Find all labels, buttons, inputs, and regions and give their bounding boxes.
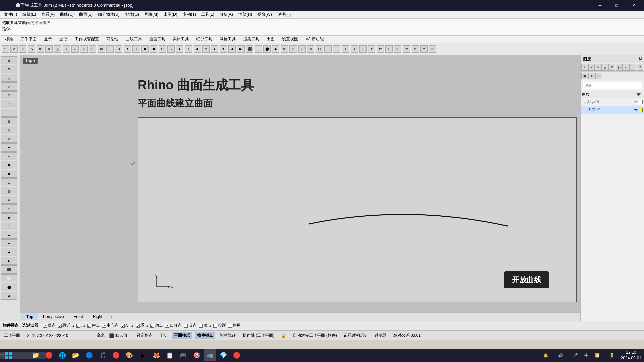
snap-item-重点[interactable]: ✓重点 — [136, 323, 148, 328]
taskbar-game[interactable]: 🎮 — [177, 349, 189, 361]
toolbar-tab-7[interactable]: 曲面工具 — [146, 35, 169, 43]
taskbar-firefox[interactable]: 🦊 — [150, 349, 162, 361]
toolbar-tab-1[interactable]: 工作平面 — [17, 35, 40, 43]
side-tool-7[interactable]: ⊞ — [1, 117, 17, 125]
toolbar-icon-47[interactable]: ⊬ — [412, 45, 419, 53]
vp-tab-top[interactable]: Top — [21, 313, 38, 320]
side-tool-11[interactable]: ✧ — [1, 152, 17, 160]
menu-item-m[interactable]: 网格(M) — [142, 11, 161, 18]
toolbar-tab-13[interactable]: 设置视图 — [278, 35, 302, 43]
menu-item-o[interactable]: 实体(O) — [122, 11, 142, 18]
taskbar-files[interactable]: 📁 — [30, 349, 42, 361]
snap-item-中心点[interactable]: ✓中心点 — [102, 323, 119, 328]
layer-eye-button[interactable]: ✕ — [595, 64, 602, 71]
taskbar-security[interactable]: 🔴 — [43, 349, 55, 361]
toolbar-icon-2[interactable]: ↙ — [19, 45, 26, 53]
search-taskbar-button[interactable] — [16, 349, 28, 361]
taskbar-explorer[interactable]: 📂 — [70, 349, 82, 361]
toolbar-icon-1[interactable]: ↗ — [10, 45, 18, 53]
taskbar-photoshop[interactable]: 🎨 — [123, 349, 136, 361]
toolbar-icon-12[interactable]: ⊟ — [106, 45, 114, 53]
status-lock-icon[interactable]: 🔒 — [279, 333, 288, 339]
toolbar-icon-43[interactable]: ⊨ — [377, 45, 384, 53]
toolbar-tab-2[interactable]: 显示 — [40, 35, 56, 43]
side-tool-25[interactable]: ⬜ — [1, 274, 17, 282]
side-tool-19[interactable]: ◇ — [1, 222, 17, 230]
toolbar-icon-26[interactable]: ◀ — [228, 45, 236, 53]
snap-item-四分点[interactable]: ✓四分点 — [165, 323, 182, 328]
toolbar-icon-11[interactable]: ⊞ — [98, 45, 105, 53]
snap-item-节点[interactable]: 节点 — [184, 323, 197, 328]
side-tool-13[interactable]: ⬣ — [1, 170, 17, 178]
toolbar-icon-5[interactable]: ⊗ — [45, 45, 53, 53]
toolbar-icon-34[interactable]: ⊝ — [298, 45, 306, 53]
toolbar-icon-4[interactable]: ⊕ — [37, 45, 44, 53]
vp-tab-add-button[interactable]: + — [107, 313, 115, 320]
toolbar-tab-8[interactable]: 实体工具 — [169, 35, 193, 43]
taskbar-lang[interactable]: 中 — [584, 352, 589, 358]
side-tool-22[interactable]: ◀ — [1, 248, 17, 256]
side-tool-12[interactable]: ⬢ — [1, 161, 17, 169]
menu-item-a[interactable]: 分析(A) — [217, 11, 236, 18]
taskbar-red2[interactable]: 🔴 — [231, 349, 243, 361]
menu-item-v[interactable]: 查看(V) — [39, 11, 57, 18]
toolbar-icon-7[interactable]: ▷ — [63, 45, 70, 53]
toolbar-icon-9[interactable]: ◁ — [80, 45, 88, 53]
side-tool-6[interactable]: ⬡ — [1, 109, 17, 117]
toolbar-icon-23[interactable]: ◇ — [202, 45, 210, 53]
toolbar-icon-42[interactable]: ⊧ — [368, 45, 375, 53]
snap-item-点[interactable]: ✓点 — [76, 323, 85, 328]
toolbar-icon-20[interactable]: ● — [176, 45, 183, 53]
side-tool-24[interactable]: ⬛ — [1, 265, 17, 274]
toolbar-tab-0[interactable]: 标准 — [1, 35, 17, 43]
status-record[interactable]: 记录建构历史 — [342, 332, 370, 339]
toolbar-tab-11[interactable]: 渲染工具 — [239, 35, 263, 43]
toolbar-icon-6[interactable]: △ — [54, 45, 61, 53]
side-tool-9[interactable]: ⊘ — [1, 135, 17, 143]
toolbar-icon-35[interactable]: ⊠ — [307, 45, 314, 53]
menu-item-d[interactable]: 出图(D) — [161, 11, 180, 18]
status-filter[interactable]: 过滤器 — [373, 332, 389, 339]
menu-item-h[interactable]: 说明(H) — [275, 11, 294, 18]
toolbar-icon-21[interactable]: ○ — [185, 45, 192, 53]
toolbar-tab-9[interactable]: 细分工具 — [193, 35, 216, 43]
side-tool-8[interactable]: ⊟ — [1, 126, 17, 134]
toolbar-icon-36[interactable]: ⊡ — [316, 45, 323, 53]
menu-item-l[interactable]: 工具(L) — [199, 11, 217, 18]
status-osnap[interactable]: 物件锁点 — [195, 332, 215, 339]
layer-help-button[interactable]: ? — [637, 64, 643, 71]
taskbar-battery[interactable]: 🔋 — [606, 349, 618, 361]
close-button[interactable]: ✕ — [626, 0, 641, 11]
taskbar-app1[interactable]: 🔴 — [110, 349, 122, 361]
side-tool-23[interactable]: ▶ — [1, 257, 17, 265]
layer-grid-view-button[interactable]: ▦ — [581, 73, 588, 79]
side-tool-15[interactable]: ◎ — [1, 187, 17, 195]
command-input[interactable] — [11, 27, 112, 32]
layer-add-button[interactable]: + — [581, 64, 588, 71]
side-tool-18[interactable]: ◆ — [1, 213, 17, 221]
side-tool-14[interactable]: ⊙ — [1, 178, 17, 186]
side-tool-21[interactable]: ▼ — [1, 239, 17, 247]
menu-item-w[interactable]: 视窗(W) — [255, 11, 274, 18]
side-tool-4[interactable]: ▽ — [1, 91, 17, 99]
layer-help2-button[interactable]: ? — [595, 73, 602, 79]
taskbar-edge[interactable]: 🔵 — [83, 349, 95, 361]
toolbar-icon-46[interactable]: ⊫ — [403, 45, 410, 53]
toolbar-icon-18[interactable]: ⊙ — [159, 45, 166, 53]
side-tool-27[interactable]: ◉ — [1, 292, 17, 300]
taskbar-media[interactable]: ▶ — [137, 349, 149, 361]
snap-item-交点[interactable]: ✓交点 — [121, 323, 133, 328]
side-tool-0[interactable]: ⊕ — [1, 56, 17, 64]
layer-search-input[interactable] — [583, 82, 642, 89]
toolbar-icon-48[interactable]: ⊭ — [420, 45, 428, 53]
toolbar-icon-24[interactable]: ▲ — [211, 45, 218, 53]
taskbar-browser[interactable]: 🌐 — [56, 349, 68, 361]
taskbar-datetime[interactable]: 22:10 2024-09-01 — [621, 350, 641, 361]
snap-item-中点[interactable]: ✓中点 — [87, 323, 100, 328]
side-tool-1[interactable]: ⊗ — [1, 65, 17, 73]
status-auto-align[interactable]: 自动对齐工作平面 (物件) — [291, 332, 339, 339]
toolbar-icon-16[interactable]: ⬢ — [141, 45, 149, 53]
toolbar-icon-15[interactable]: ✧ — [132, 45, 140, 53]
toolbar-icon-28[interactable]: ⬛ — [246, 45, 253, 53]
vp-tab-front[interactable]: Front — [69, 313, 88, 320]
